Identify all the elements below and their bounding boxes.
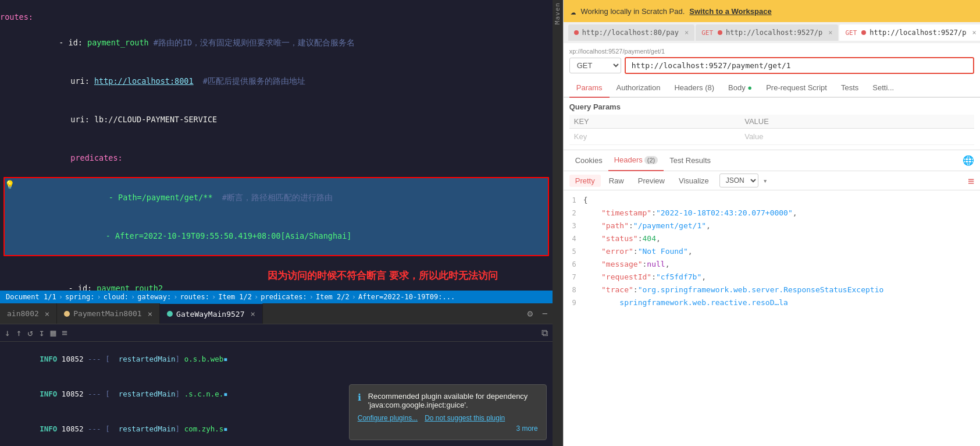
url-bar: GET POST PUT DELETE (569, 57, 974, 74)
code-editor[interactable]: routes: - id: payment_routh #路由的ID，没有固定规… (0, 0, 553, 291)
pm-nav-body[interactable]: Body ● (721, 79, 759, 98)
tab-label: GateWayMain9527 (176, 310, 244, 318)
code-line: uri: http://localhost:8001 #匹配后提供服务的路由地址 (0, 62, 553, 100)
collapse-icon[interactable]: − (537, 308, 553, 319)
headers-badge: (2) (644, 156, 658, 164)
pm-tab-1[interactable]: GET http://localhost:9527/p × (696, 24, 838, 41)
settings-icon[interactable]: ⚙ (522, 308, 537, 319)
breadcrumb-predicates: predicates: (261, 293, 307, 301)
resp-right-controls: 🌐 (963, 155, 974, 166)
tab-gateway9527[interactable]: GateWayMain9527 × (160, 303, 263, 324)
code-line: uri: lb://CLOUD-PAYMENT-SERVICE (0, 100, 553, 139)
breadcrumb-spring: spring: (65, 293, 95, 301)
method-label: GET (701, 29, 713, 37)
json-line-3: 3 "path": "/payment/get/1", (567, 220, 980, 232)
params-empty-row: Key Value (569, 129, 974, 145)
json-line-8: 8 "trace": "org.springframework.web.serv… (567, 284, 980, 296)
tab-close-icon[interactable]: × (45, 309, 49, 318)
pm-tab-close[interactable]: × (828, 29, 832, 37)
code-line: predicates: (0, 139, 553, 177)
pm-nav-tabs: Params Authorization Headers (8) Body ● … (564, 79, 980, 98)
url-bar-area: xp://localhost:9527/payment/get/1 GET PO… (564, 43, 980, 79)
configure-plugins-link[interactable]: Configure plugins... (358, 414, 418, 422)
pm-nav-params[interactable]: Params (569, 79, 610, 98)
json-response-content: 1 { 2 "timestamp": "2022-10-18T02:43:20.… (564, 190, 980, 446)
json-line-9: 9 springframework.web.reactive.resoD…la (567, 296, 980, 309)
terminal-menu-btn[interactable]: ≡ (62, 327, 67, 338)
pm-tab-2[interactable]: GET http://localhost:9527/p × (839, 24, 980, 41)
response-area: Cookies Headers (2) Test Results 🌐 Prett… (564, 150, 980, 446)
params-key-header: KEY (569, 115, 740, 129)
annotation-text: 因为访问的时候不符合断言 要求，所以此时无法访问 (268, 269, 498, 283)
tab-payment8001[interactable]: PaymentMain8001 × (57, 303, 160, 324)
pm-nav-tests[interactable]: Tests (834, 79, 865, 98)
params-section-label: Query Params (569, 102, 974, 111)
lightbulb-icon: 💡 (5, 178, 15, 191)
globe-icon[interactable]: 🌐 (963, 155, 974, 166)
tab-close-icon[interactable]: × (250, 309, 255, 318)
tab-close-icon[interactable]: × (148, 309, 152, 318)
tab-status-dot (718, 30, 722, 35)
url-breadcrumb: xp://localhost:9527/payment/get/1 (569, 48, 974, 55)
dismiss-plugin-link[interactable]: Do not suggest this plugin (425, 414, 505, 422)
fmt-preview-btn[interactable]: Preview (632, 175, 671, 187)
json-line-6: 6 "message": null, (567, 258, 980, 271)
code-line-selected: - After=2022-10-19T09:55:50.419+08:00[As… (5, 217, 548, 255)
terminal-scroll-btn[interactable]: ↧ (39, 327, 45, 338)
topbar-text: Working locally in Scratch Pad. (580, 7, 685, 16)
code-line-selected: 💡 - Path=/payment/get/** #断言，路径相匹配的进行路由 (5, 178, 548, 217)
terminal-down-btn[interactable]: ↓ (5, 327, 10, 338)
fmt-pretty-btn[interactable]: Pretty (569, 175, 601, 187)
tabs-bar: ain8002 × PaymentMain8001 × GateWayMain9… (0, 303, 553, 324)
plugin-message: Recommended plugin available for depende… (368, 392, 538, 409)
terminal-up-btn[interactable]: ↑ (16, 327, 22, 338)
info-icon: ℹ (358, 392, 361, 403)
terminal-refresh-btn[interactable]: ↺ (27, 327, 33, 338)
breadcrumb-cloud: cloud: (104, 293, 129, 301)
fmt-visualize-btn[interactable]: Visualize (673, 175, 715, 187)
breadcrumb-routes: routes: (180, 293, 209, 301)
json-line-4: 4 "status": 404, (567, 232, 980, 245)
resp-tab-testresults[interactable]: Test Results (664, 150, 717, 171)
pm-nav-headers[interactable]: Headers (8) (667, 79, 721, 98)
tab-main8002[interactable]: ain8002 × (0, 303, 57, 324)
tab-label: ain8002 (7, 309, 39, 318)
postman-topbar: ☁ Working locally in Scratch Pad. Switch… (564, 0, 980, 22)
method-select[interactable]: GET POST PUT DELETE (569, 58, 621, 73)
terminal-line: INFO 10852 --- [ restartedMain] o.s.b.we… (0, 342, 553, 377)
terminal-split-icon[interactable]: ⧉ (541, 327, 548, 338)
pm-nav-authorization[interactable]: Authorization (610, 79, 668, 98)
plugin-popup: ℹ Recommended plugin available for depen… (349, 384, 547, 440)
plugin-actions: Configure plugins... Do not suggest this… (358, 414, 538, 422)
params-value-header: VALUE (740, 115, 974, 129)
breadcrumb-item12: Item 1/2 (218, 293, 252, 301)
json-line-1: 1 { (567, 194, 980, 207)
pm-tab-close[interactable]: × (685, 29, 689, 37)
pm-tab-0[interactable]: http://localhost:80/pay × (568, 24, 694, 41)
breadcrumb-after: After=2022-10-19T09:... (358, 293, 455, 301)
fmt-raw-btn[interactable]: Raw (603, 175, 630, 187)
switch-workspace-link[interactable]: Switch to a Workspace (689, 7, 771, 16)
json-format-select[interactable]: JSON XML HTML Text (719, 174, 758, 187)
pm-tab-close[interactable]: × (972, 29, 976, 37)
resp-tab-headers[interactable]: Headers (2) (608, 150, 664, 171)
breadcrumb-gateway: gateway: (137, 293, 171, 301)
pm-tab-label: http://localhost:80/pay (582, 29, 679, 37)
format-icon[interactable]: ≡ (968, 175, 974, 187)
maven-label: Maven (554, 2, 561, 24)
pm-tab-label: http://localhost:9527/p (869, 29, 966, 37)
code-line: routes: (0, 10, 553, 23)
url-input[interactable] (625, 57, 974, 74)
cloud-icon: ☁ (571, 6, 576, 17)
editor-panel: routes: - id: payment_routh #路由的ID，没有固定规… (0, 0, 553, 446)
pm-nav-prerequest[interactable]: Pre-request Script (759, 79, 834, 98)
terminal-grid-btn[interactable]: ▦ (51, 327, 56, 338)
chevron-down-icon: ▾ (763, 176, 768, 185)
resp-tab-cookies[interactable]: Cookies (569, 150, 608, 171)
params-key-cell[interactable]: Key (569, 129, 740, 145)
pm-nav-settings[interactable]: Setti... (865, 79, 901, 98)
breadcrumb-doc: Document 1/1 (6, 293, 56, 301)
terminal-toolbar: ↓ ↑ ↺ ↧ ▦ ≡ ⧉ (0, 324, 553, 342)
code-line: - id: payment_routh #路由的ID，没有固定规则但要求唯一，建… (0, 23, 553, 62)
params-value-cell[interactable]: Value (740, 129, 974, 145)
